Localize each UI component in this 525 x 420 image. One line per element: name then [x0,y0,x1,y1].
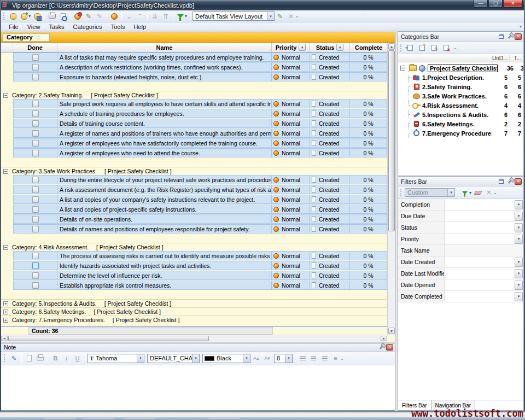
category-group-header[interactable]: −Category: 2.Safety Training.[ Project S… [1,91,387,99]
category-tree-item[interactable]: 2.Safety Training.66 [398,82,523,91]
pin-panel-icon[interactable] [506,33,514,40]
filter-value[interactable] [445,256,514,267]
filter-value[interactable] [445,279,514,290]
column-header-total[interactable]: T... [509,55,523,61]
collapse-toggle-icon[interactable]: + [3,310,8,314]
task-row[interactable]: A list and copies of your company's safe… [1,195,387,204]
chevron-down-icon[interactable]: ▾ [243,354,250,363]
collapse-toggle-icon[interactable]: − [400,66,405,71]
float-panel-icon[interactable] [497,178,505,185]
print-icon[interactable] [46,11,57,21]
task-done-checkbox[interactable] [32,110,39,117]
align-center-icon[interactable] [308,353,319,364]
delete-layout-button[interactable]: ✕ [285,11,296,21]
task-row[interactable]: Establish appropriate risk control measu… [1,281,387,290]
save-layout-button[interactable]: ✎ [275,11,285,21]
column-header-name[interactable]: Name [57,43,272,52]
bullet-list-icon[interactable]: ≡ [330,353,341,364]
menu-tools[interactable]: Tools [107,24,130,30]
task-row[interactable]: Details of names and positions of employ… [1,224,387,234]
task-done-checkbox[interactable] [32,140,39,147]
menubar-overflow-icon[interactable]: ▾ [520,24,522,29]
toolbar-overflow-icon[interactable]: ⌄ [453,45,457,50]
column-header-status[interactable]: Status [310,43,350,52]
status-filter-dropdown[interactable] [336,44,343,51]
task-row[interactable]: Details of on-site operations.NormalCrea… [1,214,387,224]
scroll-left-icon[interactable]: ◂ [1,336,8,341]
task-row[interactable]: The process of assessing risks is carrie… [1,251,387,260]
note-body[interactable] [1,365,395,410]
move-up-icon[interactable]: ⌃ [135,11,145,21]
new-task-icon[interactable] [72,11,83,21]
filter-value[interactable] [445,199,514,210]
close-panel-icon[interactable]: ✕ [386,344,393,351]
edit-note-icon[interactable]: ✎ [9,353,19,364]
edit-category-icon[interactable] [429,43,439,52]
delete-filter-icon[interactable]: ✕ [483,188,494,197]
task-done-checkbox[interactable] [32,253,39,259]
new-database-icon[interactable] [8,11,19,21]
font-color-combo[interactable]: Black ▾ [202,354,250,363]
column-header-done[interactable]: Done [13,43,57,52]
toolbar-grip[interactable] [400,189,402,196]
collapse-toggle-icon[interactable]: − [3,93,8,98]
bold-icon[interactable]: B [50,353,61,364]
chevron-down-icon[interactable]: ▾ [515,258,523,267]
filter-icon[interactable] [175,11,186,21]
task-done-checkbox[interactable] [32,150,39,156]
category-tree-item[interactable]: 4.Risk Assessment.44 [398,101,523,110]
chevron-down-icon[interactable]: ▾ [515,281,523,290]
grow-font-icon[interactable]: A▴ [251,353,261,364]
chevron-down-icon[interactable]: ▾ [137,354,144,363]
vertical-scrollbar[interactable]: ▲ ▼ [387,43,395,335]
char-style-combo[interactable]: DEFAULT_CHAR ▾ [147,354,200,363]
underline-icon[interactable]: U [72,353,83,364]
column-header-complete[interactable]: Complete [350,43,387,52]
task-row[interactable]: Safe project work requires all employees… [1,99,387,108]
menu-file[interactable]: File [4,24,23,30]
task-row[interactable]: Identify hazards associated with project… [1,261,387,270]
category-tree-item[interactable]: 3.Safe Work Practices.66 [398,91,523,101]
scroll-up-icon[interactable]: ▲ [388,43,395,50]
toolbar-overflow-icon[interactable]: ⌄ [493,190,497,195]
print-preview-icon[interactable] [57,11,68,21]
filter-value[interactable] [445,291,514,302]
close-panel-icon[interactable]: ✕ [515,178,522,185]
toolbar-overflow-icon[interactable]: ⌄ [340,356,344,361]
chevron-down-icon[interactable]: ▾ [192,354,199,363]
task-row[interactable]: A list and copies of project-specific sa… [1,205,387,214]
shrink-font-icon[interactable]: A▾ [262,353,272,364]
task-done-checkbox[interactable] [32,101,39,107]
menu-tasks[interactable]: Tasks [44,24,68,30]
toolbar-grip[interactable] [4,354,6,362]
category-tree-item[interactable]: 7.Emergency Procedures.77 [398,129,523,138]
font-size-combo[interactable]: 8 ▾ [274,354,293,363]
horizontal-scrollbar[interactable]: ◂ ▸ [1,335,387,342]
filter-preset-combo[interactable]: Custom ▾ [405,188,455,197]
chevron-down-icon[interactable]: ▾ [515,212,523,221]
filter-value[interactable] [445,234,514,244]
chevron-down-icon[interactable]: ▾ [515,223,523,232]
task-row[interactable]: A register of names and positions of tra… [1,129,387,138]
filter-value[interactable] [445,268,514,279]
category-tree-root[interactable]: −Project Safety Checklist3636 [398,63,523,73]
category-group-header[interactable]: +Category: 6.Safety Meetings.[ Project S… [1,307,387,316]
edit-task-icon[interactable]: ✎ [83,11,94,21]
task-row[interactable]: Exposure to hazards (elevated heights, n… [1,72,387,81]
task-done-checkbox[interactable] [32,206,39,213]
priority-filter-dropdown[interactable] [299,44,306,51]
task-done-checkbox[interactable] [32,216,39,223]
chevron-down-icon[interactable]: ▾ [185,14,187,19]
complete-task-icon[interactable] [109,11,120,21]
menu-view[interactable]: View [23,24,45,30]
task-row[interactable]: A description of work restrictions (work… [1,62,387,72]
chevron-down-icon[interactable]: ▾ [28,14,31,19]
horizontal-scroll-thumb[interactable] [8,336,209,341]
menu-categories[interactable]: Categories [69,24,107,30]
scroll-right-icon[interactable]: ▸ [381,336,387,341]
chevron-down-icon[interactable]: ▾ [515,292,523,301]
filter-value[interactable] [445,245,523,256]
task-row[interactable]: Details of training course content.Norma… [1,119,387,128]
task-done-checkbox[interactable] [32,262,39,269]
column-header-undone[interactable]: UnD... [492,55,509,61]
